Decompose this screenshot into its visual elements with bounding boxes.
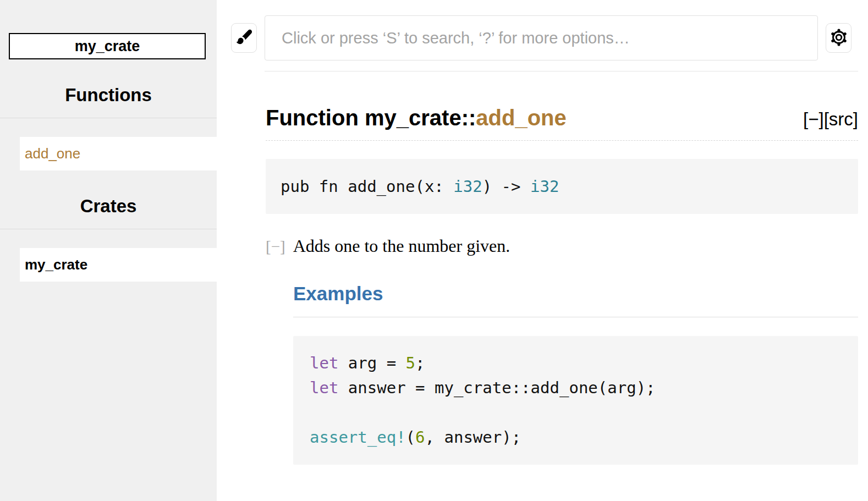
doc-summary-row: [−] Adds one to the number given. (266, 236, 858, 256)
example-code-block: let arg = 5;let answer = my_crate::add_o… (293, 336, 858, 465)
sidebar-block-crates: my_crate (0, 229, 217, 282)
function-name: add_one (476, 106, 566, 130)
page-title-prefix: Function my_crate:: (266, 106, 476, 130)
function-page: Function my_crate::add_one [−][src] pub … (266, 106, 858, 465)
sidebar-item-add-one[interactable]: add_one (20, 137, 217, 170)
page-title-text: Function my_crate::add_one (266, 106, 567, 130)
paintbrush-icon (235, 28, 254, 48)
out-of-band-links: [−][src] (803, 109, 858, 130)
settings-button[interactable] (826, 23, 851, 53)
sidebar-block-functions: add_one (0, 118, 217, 170)
main-content: Function my_crate::add_one [−][src] pub … (217, 0, 868, 501)
docblock: Examples let arg = 5;let answer = my_cra… (293, 283, 858, 465)
sidebar-heading-crates: Crates (0, 170, 217, 229)
src-link[interactable]: [src] (824, 109, 858, 129)
collapse-all-link[interactable]: [−] (803, 109, 824, 129)
theme-picker-button[interactable] (231, 23, 257, 53)
page-title: Function my_crate::add_one [−][src] (266, 106, 858, 141)
sidebar: my_crate Functions add_one Crates my_cra… (0, 0, 217, 501)
topbar (231, 15, 858, 60)
sidebar-item-my-crate[interactable]: my_crate (20, 248, 217, 282)
doc-summary-text: Adds one to the number given. (293, 236, 510, 256)
function-signature: pub fn add_one(x: i32) -> i32 (266, 159, 858, 214)
examples-heading: Examples (293, 283, 858, 317)
search-input[interactable] (265, 15, 818, 60)
crate-location-box: my_crate (9, 33, 206, 59)
gear-icon (829, 27, 849, 49)
doc-collapse-toggle[interactable]: [−] (266, 238, 285, 256)
sidebar-heading-functions: Functions (0, 59, 217, 118)
search-divider (265, 71, 858, 71)
